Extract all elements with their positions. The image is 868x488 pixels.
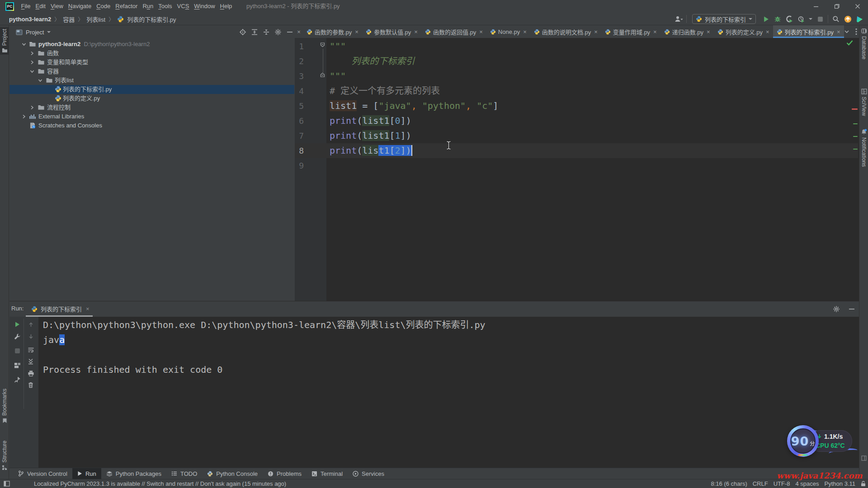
user-profile-icon[interactable]: [673, 13, 684, 25]
menu-edit[interactable]: Edit: [33, 0, 48, 13]
status-message[interactable]: Localized PyCharm 2023.1.3 is available …: [34, 479, 286, 488]
error-stripe-mark-red[interactable]: [852, 108, 858, 110]
chevron-collapsed-icon[interactable]: [21, 114, 27, 119]
tree-row-folder[interactable]: 列表list: [9, 76, 294, 85]
line-separator-widget[interactable]: CRLF: [753, 480, 768, 487]
locate-file-icon[interactable]: [239, 28, 246, 36]
breadcrumb-subfolder[interactable]: 列表list: [86, 15, 105, 23]
pin-tab-icon[interactable]: [13, 375, 21, 384]
tree-row-folder[interactable]: 变量和简单类型: [9, 58, 294, 67]
chevron-collapsed-icon[interactable]: [29, 60, 35, 65]
collapse-all-icon[interactable]: [263, 28, 270, 36]
minimize-button[interactable]: [806, 0, 826, 13]
hide-panel-icon[interactable]: [848, 305, 855, 313]
search-everywhere-icon[interactable]: [830, 13, 842, 25]
plugin-colorful-icon[interactable]: [854, 13, 865, 25]
run-with-coverage-button[interactable]: [783, 13, 795, 25]
fold-start-icon[interactable]: [320, 42, 325, 47]
menu-run[interactable]: Run: [140, 0, 156, 13]
run-options-chevron-icon[interactable]: [807, 13, 814, 25]
menu-file[interactable]: File: [19, 0, 33, 13]
project-panel-title[interactable]: Project: [16, 29, 51, 36]
tree-row-folder[interactable]: 容器: [9, 67, 294, 76]
menu-help[interactable]: Help: [217, 0, 235, 13]
toolbar-terminal[interactable]: Terminal: [307, 468, 348, 479]
menu-refactor[interactable]: Refactor: [113, 0, 140, 13]
tab-file-1[interactable]: 函数的参数.py×: [303, 25, 362, 38]
edit-configuration-wrench-icon[interactable]: [13, 332, 21, 340]
stripe-tab-project[interactable]: Project: [0, 27, 9, 55]
game-booster-overlay[interactable]: 1.1K/s CPU 62°C 90 分: [787, 425, 859, 457]
tree-row-file[interactable]: 列表的定义.py: [9, 94, 294, 103]
rerun-button[interactable]: [13, 320, 21, 328]
code-editor[interactable]: 1 2 3 4 5 6 7 8 9 """ 列表的下标索引 """ # 定义一个…: [295, 38, 859, 301]
menu-code[interactable]: Code: [94, 0, 113, 13]
settings-gear-icon[interactable]: [274, 28, 282, 36]
chevron-collapsed-icon[interactable]: [29, 51, 35, 56]
chevron-expanded-icon[interactable]: [21, 42, 27, 47]
toolbar-python-console[interactable]: Python Console: [202, 468, 263, 479]
stripe-tab-sciview[interactable]: SciView: [859, 89, 868, 116]
breadcrumb-file[interactable]: 列表的下标索引.py: [127, 15, 176, 23]
expand-all-icon[interactable]: [251, 28, 258, 36]
toolbar-run[interactable]: Run: [72, 468, 101, 479]
tree-row-selected-file[interactable]: 列表的下标索引.py: [9, 85, 294, 94]
clear-console-trash-icon[interactable]: [27, 381, 35, 389]
toolbar-version-control[interactable]: Version Control: [13, 468, 72, 479]
interpreter-widget[interactable]: Python 3.11: [825, 480, 855, 487]
tree-row-scratches[interactable]: Scratches and Consoles: [9, 121, 294, 130]
chevron-expanded-icon[interactable]: [29, 69, 35, 74]
tab-file-6[interactable]: 变量作用域.py×: [601, 25, 660, 38]
error-stripe-mark-green[interactable]: [853, 123, 858, 124]
tree-row-project-root[interactable]: python3-learn2 D:\python\python3-learn2: [9, 40, 294, 49]
toolwindow-toggle-icon[interactable]: [4, 481, 10, 487]
tab-file-7[interactable]: 递归函数.py×: [660, 25, 714, 38]
tab-file-4[interactable]: None.py×: [486, 25, 530, 38]
hidden-tabs-chevron-icon[interactable]: [844, 28, 850, 35]
scroll-to-end-icon[interactable]: [27, 357, 35, 366]
tab-file-2[interactable]: 参数默认值.py×: [362, 25, 421, 38]
print-icon[interactable]: [27, 369, 35, 377]
clipped-tab-close-icon[interactable]: ×: [295, 25, 303, 38]
run-button[interactable]: [760, 13, 772, 25]
toolbar-python-packages[interactable]: Python Packages: [101, 468, 166, 479]
code-lines[interactable]: """ 列表的下标索引 """ # 定义一个有多元素的列表 list1 = ["…: [326, 39, 851, 173]
run-configuration-select[interactable]: 列表的下标索引: [692, 14, 756, 24]
soft-wrap-icon[interactable]: [27, 346, 35, 354]
indent-widget[interactable]: 4 spaces: [796, 480, 819, 487]
maximize-button[interactable]: [826, 0, 847, 13]
tab-file-8[interactable]: 列表的定义.py×: [714, 25, 773, 38]
error-stripe-mark-green[interactable]: [853, 136, 858, 137]
tree-row-external-libraries[interactable]: External Libraries: [9, 112, 294, 121]
chevron-expanded-icon[interactable]: [38, 78, 43, 83]
stripe-tab-bookmarks[interactable]: Bookmarks: [0, 389, 9, 423]
breadcrumb-folder[interactable]: 容器: [63, 15, 75, 23]
chevron-collapsed-icon[interactable]: [29, 105, 35, 110]
settings-gear-icon[interactable]: [833, 305, 840, 313]
tab-file-5[interactable]: 函数的说明文档.py×: [530, 25, 601, 38]
encoding-widget[interactable]: UTF-8: [774, 480, 790, 487]
inspections-ok-icon[interactable]: [846, 40, 853, 46]
hide-panel-icon[interactable]: [286, 28, 293, 36]
error-stripe-mark-green[interactable]: [853, 149, 858, 150]
menu-navigate[interactable]: Navigate: [66, 0, 94, 13]
tree-row-folder[interactable]: 流程控制: [9, 103, 294, 112]
menu-window[interactable]: Window: [192, 0, 217, 13]
toolbar-problems[interactable]: Problems: [263, 468, 307, 479]
stripe-tab-structure[interactable]: Structure: [0, 441, 9, 470]
run-console[interactable]: D:\python\python3\python.exe D:\python\p…: [38, 317, 859, 468]
readonly-lock-icon[interactable]: [861, 481, 866, 487]
stripe-tab-notifications[interactable]: Notifications: [859, 129, 868, 167]
stripe-tab-database[interactable]: Database: [859, 28, 868, 59]
tree-row-folder[interactable]: 函数: [9, 49, 294, 58]
right-stripe-bottom-icon[interactable]: [859, 455, 868, 461]
profiler-button[interactable]: [795, 13, 807, 25]
menu-vcs[interactable]: VCS: [175, 0, 192, 13]
menu-tools[interactable]: Tools: [156, 0, 175, 13]
breadcrumb-project[interactable]: python3-learn2: [9, 16, 51, 23]
menu-view[interactable]: View: [48, 0, 66, 13]
toolbar-todo[interactable]: TODO: [166, 468, 202, 479]
tab-file-active[interactable]: 列表的下标索引.py×: [773, 25, 844, 38]
debug-button[interactable]: [772, 13, 783, 25]
editor-options-kebab-icon[interactable]: [855, 28, 857, 35]
